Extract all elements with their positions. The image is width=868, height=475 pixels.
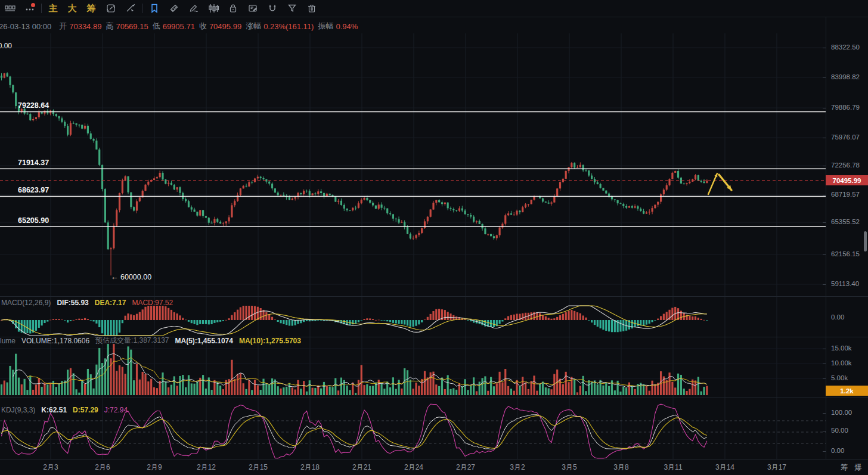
drawn-arrow-annotation[interactable] [708,173,731,194]
drawn-level-label: 68623.97 [18,186,49,194]
chart-canvas[interactable] [0,0,868,475]
time-axis-label: 2月24 [404,462,423,473]
liquidation-button[interactable]: 爆 [855,462,863,473]
close-value: 70495.99 [209,22,241,31]
time-axis-label: 2月3 [43,462,58,473]
price-axis-label: 65355.52 [831,218,860,225]
kdj-axis-tick [823,413,826,414]
time-axis-label: 3月8 [613,462,628,473]
current-price-badge: 70495.99 [826,175,868,185]
open-label: 开 [59,21,67,32]
price-axis-tick [823,195,826,195]
trend-line-icon[interactable] [120,0,140,17]
time-axis-label: 3月14 [715,462,734,473]
toolbar-divider [142,4,142,13]
tab-chips[interactable]: 筹 [82,0,101,17]
volume-axis-label: 15.00k [831,344,852,352]
price-axis-label: 75976.07 [831,134,860,141]
macd-dif-value: DIF:55.93 [57,299,88,307]
volume-axis-label: 5.00k [831,374,848,381]
flip-edit-icon[interactable] [101,0,120,17]
note-edit-icon[interactable] [243,0,262,17]
change-label: 涨幅 [246,21,261,32]
time-axis-label: 3月17 [767,462,786,473]
price-axis-tick [823,108,826,108]
price-axis-tick [823,222,826,223]
volume-ma10-value: MA(10):1,275.5703 [239,337,301,345]
tab-main-chart[interactable]: 主 [44,0,63,17]
open-value: 70334.89 [69,22,101,31]
kdj-axis-label: 100.00 [831,409,852,416]
macd-dea-value: DEA:7.17 [95,299,126,307]
kdj-k-value: K:62.51 [41,406,67,414]
candlestick-series [1,72,708,275]
price-axis-tick [823,138,826,138]
time-axis-label: 2月21 [352,462,371,473]
clipped-price-label: 00.00 [0,42,12,50]
drawn-level-label: 71914.37 [18,159,49,167]
corner-buttons: 筹 爆 [841,462,862,473]
volume-label-row: Volume VOLUME:1,178.0606 预估成交量:1,387.313… [0,336,301,346]
high-label: 高 [106,21,113,32]
drawn-level-label: 79228.64 [18,101,49,110]
current-volume-badge: 1.2k [826,386,868,396]
macd-title[interactable]: MACD(12,26,9) [1,299,51,307]
more-dots-icon[interactable] [20,0,39,17]
low-value: 69905.71 [163,22,195,31]
time-axis-label: 3月11 [664,462,682,473]
volume-ma5-value: MA(5):1,455.1074 [175,337,233,345]
tab-big-orders[interactable]: 大 [63,0,82,17]
price-axis-tick [823,48,826,48]
drawn-level-label: 65205.90 [18,216,49,225]
high-value: 70569.15 [116,22,148,31]
price-axis-label: 83998.82 [831,73,860,80]
price-axis-tick [823,254,826,255]
volume-axis-tick [823,378,826,379]
kdj-j-value: J:72.94 [104,406,128,414]
price-axis-label: 72256.78 [831,162,860,169]
volume-title[interactable]: Volume [0,337,16,345]
kdj-axis-label: 50.00 [831,427,848,434]
toolbar-divider [41,4,42,13]
macd-label-row: MACD(12,26,9) DIF:55.93 DEA:7.17 MACD:97… [1,299,173,307]
macd-axis-label: 0.00 [831,313,844,321]
kdj-axis-tick [823,431,826,431]
volume-axis-tick [823,364,826,364]
trading-chart-app: 主 大 筹 [0,0,868,475]
amplitude-value: 0.94% [336,22,358,31]
bar-datetime: 26-03-13 00:00 [0,22,51,31]
time-axis-label: 2月9 [147,462,162,473]
low-label: 低 [153,21,160,32]
macd-macd-value: MACD:97.52 [132,299,173,307]
volume-axis-tick [823,349,826,349]
notification-dot [31,3,35,7]
price-axis-tick [823,166,826,166]
kdj-axis-label: 0.00 [831,447,844,454]
price-annotation-60000: ← 60000.00 [111,273,151,281]
trash-icon[interactable] [302,0,321,17]
price-axis-label: 59113.40 [831,280,859,287]
candle-pattern-icon[interactable] [203,0,223,17]
pane-divider [0,459,868,460]
volume-estimate-value: 预估成交量:1,387.3137 [95,336,169,346]
magnet-icon[interactable] [262,0,282,17]
price-axis-tick [823,77,826,78]
time-axis-label: 2月6 [95,462,110,473]
price-axis-label: 79886.79 [831,104,860,111]
kdj-title[interactable]: KDJ(9,3,3) [1,406,35,414]
time-axis-label: 3月2 [510,462,525,473]
drawn-level-lines [0,111,826,226]
funnel-icon[interactable] [282,0,302,17]
time-axis-label: 2月18 [300,462,320,473]
time-axis-label: 2月27 [456,462,475,473]
price-axis-label: 88322.50 [831,44,860,51]
lock-icon[interactable] [223,0,243,17]
layout-panels-icon[interactable] [0,0,20,17]
bookmark-icon[interactable] [144,0,164,17]
ruler-icon[interactable] [164,0,184,17]
time-axis-label: 2月15 [249,462,268,473]
price-axis-label: 62156.15 [831,250,860,257]
scrollbar-handle[interactable] [864,231,867,252]
pen-icon[interactable] [184,0,203,17]
chips-button[interactable]: 筹 [841,462,848,473]
